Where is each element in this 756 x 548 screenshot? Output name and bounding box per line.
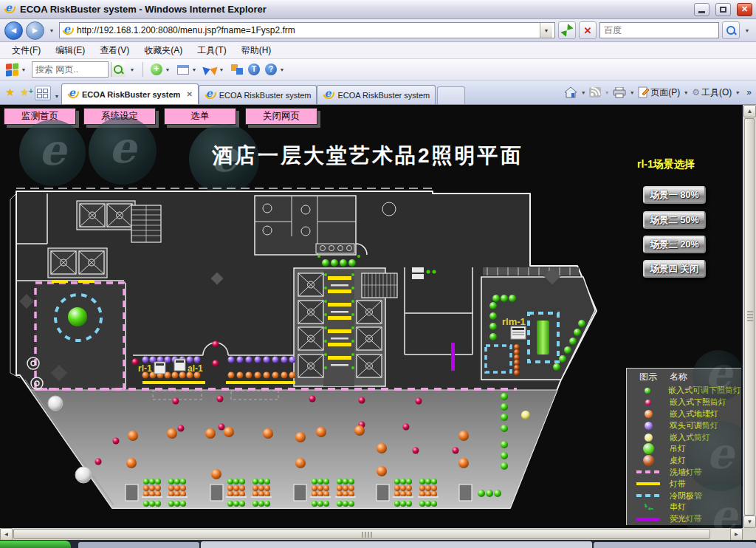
scene-button-4[interactable]: 场景四 关闭 [643, 260, 706, 278]
print-icon[interactable] [613, 87, 626, 98]
restore-button[interactable] [715, 3, 731, 16]
legend-item-name: 洗墙灯带 [670, 467, 702, 478]
orange-ball-icon [627, 410, 670, 418]
tools-menu-button[interactable]: 工具(O) [701, 86, 732, 99]
menu-favorites[interactable]: 收藏夹(A) [137, 43, 190, 58]
home-icon[interactable] [564, 86, 577, 98]
print-dropdown-icon[interactable]: ▼ [628, 84, 636, 100]
help-icon: ? [265, 64, 277, 75]
blocks-button[interactable] [230, 61, 244, 78]
legend-row: 桌灯 [627, 455, 741, 467]
messenger-button[interactable]: ▼ [202, 61, 227, 78]
toolbar-search-input[interactable] [35, 64, 87, 75]
toolbar-search-dropdown-icon[interactable]: ▼ [128, 61, 137, 78]
tab-2[interactable]: ECOA RiskBuster system [199, 85, 317, 104]
menu-file[interactable]: 文件(F) [4, 43, 48, 58]
scroll-up-icon[interactable]: ▲ [743, 105, 756, 117]
pink-dashed-line-icon [627, 470, 670, 473]
scroll-left-icon[interactable]: ◄ [0, 528, 13, 541]
tab-list-dropdown-icon[interactable]: ▼ [52, 88, 61, 104]
legend-item-name: 灯带 [670, 479, 686, 490]
windows-live-button[interactable]: ▼ [4, 61, 30, 78]
scene-button-1[interactable]: 场景一 80% [643, 186, 706, 204]
tab-close-icon[interactable]: ✕ [186, 90, 192, 98]
page-dropdown-icon[interactable]: ▼ [681, 84, 690, 100]
toolbar-search-button[interactable] [111, 62, 126, 77]
page-favicon-icon [62, 25, 74, 36]
windows-logo-icon [6, 63, 18, 76]
toolbar-overflow-icon[interactable]: » [743, 87, 753, 97]
menu-help[interactable]: 帮助(H) [234, 43, 279, 58]
light-strip [142, 381, 205, 384]
green-dotted-arc-icon [627, 503, 670, 511]
menu-tools[interactable]: 工具(T) [190, 43, 233, 58]
legend-item-name: 冷阴极管 [670, 490, 702, 501]
legend-header-name: 名称 [670, 371, 687, 383]
add-favorite-icon[interactable]: ★ [17, 86, 31, 104]
tab-favicon-icon [67, 89, 79, 100]
scene-button-3[interactable]: 场景三 20% [643, 236, 706, 253]
small-crimson-ball-icon [627, 400, 670, 405]
legend-item-name: 嵌入式可调下照筒灯 [668, 385, 741, 396]
taskbar-button[interactable] [201, 541, 592, 548]
pendant-room [35, 280, 124, 389]
scroll-right-icon[interactable]: ► [730, 528, 743, 541]
search-dropdown-icon[interactable]: ▼ [743, 22, 752, 38]
legend-row: 串灯 [627, 501, 741, 513]
vertical-scroll-thumb[interactable] [744, 118, 755, 516]
url-dropdown-icon[interactable]: ▼ [540, 23, 552, 38]
taskbar-button[interactable] [78, 542, 199, 548]
page-icon[interactable] [638, 86, 649, 98]
horizontal-scroll-thumb[interactable] [13, 529, 710, 539]
legend-item-name: 双头可调筒灯 [670, 420, 718, 431]
large-green-ball-icon [627, 443, 670, 454]
vertical-scrollbar[interactable]: ▲ ▼ [743, 105, 756, 528]
recessed-downlight-yellow [521, 411, 530, 419]
legend-row: 灯带 [627, 478, 741, 490]
add-button[interactable]: +▼ [149, 61, 173, 78]
tools-dropdown-icon[interactable]: ▼ [733, 84, 742, 100]
help-button[interactable]: ?▼ [264, 61, 288, 78]
taskbar-button[interactable] [594, 542, 756, 548]
refresh-button[interactable] [558, 21, 576, 39]
close-button[interactable]: ✕ [737, 3, 752, 16]
scroll-down-icon[interactable]: ▼ [743, 516, 756, 528]
scene-button-2[interactable]: 场景二 50% [643, 211, 706, 229]
page-menu-button[interactable]: 页面(P) [650, 86, 680, 99]
search-go-button[interactable] [722, 21, 740, 39]
search-box[interactable] [599, 22, 719, 38]
address-field[interactable]: ▼ [59, 22, 555, 38]
url-input[interactable] [77, 25, 537, 35]
new-tab-stub[interactable] [437, 86, 465, 104]
quick-tabs-button[interactable] [35, 86, 51, 100]
card-button[interactable]: ▼ [176, 61, 200, 78]
globe-button[interactable]: T [247, 61, 261, 78]
menu-view[interactable]: 查看(V) [92, 43, 137, 58]
history-dropdown-icon[interactable]: ▼ [47, 22, 56, 38]
favorites-star-icon[interactable]: ★ [3, 86, 17, 104]
page-content: e e e e e e 监测首页 系统设定 选单 关闭网页 酒店一层大堂艺术品2… [0, 105, 743, 528]
home-dropdown-icon[interactable]: ▼ [579, 84, 588, 100]
stop-button[interactable]: ✕ [579, 21, 597, 39]
large-brown-ball-icon [627, 455, 670, 466]
horizontal-scrollbar[interactable]: ◄ ► [0, 528, 743, 540]
menu-edit[interactable]: 编辑(E) [48, 43, 92, 58]
elevator-bank-center [294, 268, 397, 386]
legend-row: 嵌入式可调下照筒灯 [627, 385, 741, 397]
rss-dropdown-icon: ▼ [602, 84, 611, 100]
forward-button[interactable]: ► [26, 21, 44, 40]
legend-row: 双头可调筒灯 [627, 419, 741, 431]
back-button[interactable]: ◄ [4, 21, 23, 40]
gear-icon[interactable]: ⚙ [692, 87, 700, 97]
rss-icon[interactable] [589, 87, 601, 97]
tab-1[interactable]: ECOA RiskBuster system ✕ [61, 83, 199, 104]
legend-row: 洗墙灯带 [627, 467, 741, 479]
start-button[interactable] [0, 541, 71, 548]
toolbar-search-box[interactable] [32, 61, 109, 78]
legend-item-name: 荧光灯带 [670, 513, 702, 524]
tab-3[interactable]: ECOA RiskBuster system [317, 85, 436, 104]
legend-item-name: 嵌入式地埋灯 [670, 408, 718, 419]
web-search-input[interactable] [604, 25, 715, 35]
minimize-button[interactable] [694, 3, 709, 16]
tab-strip: ★ ★ ▼ ECOA RiskBuster system ✕ ECOA Risk… [0, 81, 756, 105]
